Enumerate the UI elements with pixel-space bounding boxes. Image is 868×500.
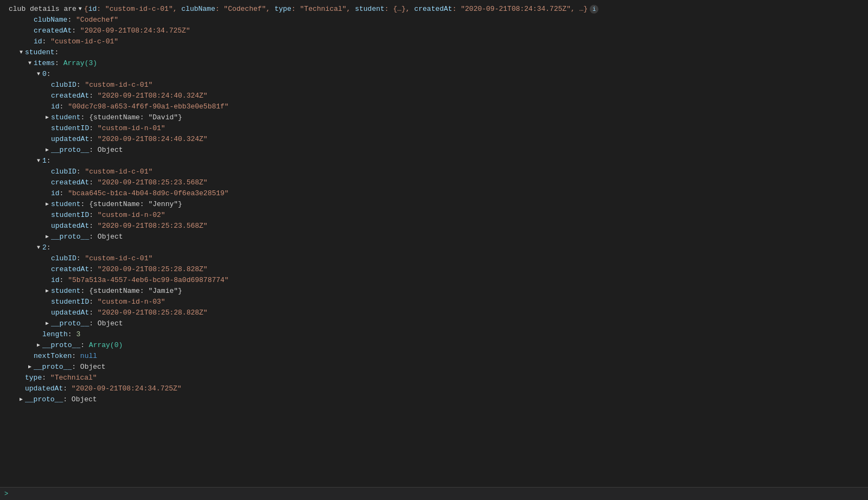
summary-preview: {id: "custom-id-c-01", clubName: "Codech… [84, 5, 588, 13]
toggle-i2-student[interactable]: ▶ [43, 287, 51, 294]
nexttoken-value: null [80, 352, 97, 360]
i2-updatedat-key: updatedAt [51, 309, 89, 317]
colon29: : [89, 319, 98, 328]
summary-prefix: club details are [9, 5, 76, 13]
i0-updatedat-line: updatedAt : "2020-09-21T08:24:40.324Z" [0, 134, 868, 145]
i0-clubid-key: clubID [51, 81, 76, 89]
clubname-key: clubName [34, 16, 67, 24]
i0-student-line: ▶ student : {studentName: "David"} [0, 113, 868, 124]
items-line: ▼ items : Array(3) [0, 59, 868, 69]
createdat-root-line: createdAt : "2020-09-21T08:24:34.725Z" [0, 26, 868, 37]
colon5: : [55, 59, 63, 67]
i0-studentid-value: "custom-id-n-01" [98, 124, 165, 132]
i2-clubid-value: "custom-id-c-01" [85, 254, 152, 262]
i1-studentid-value: "custom-id-n-02" [98, 211, 165, 219]
length-key: length [42, 330, 68, 338]
toggle-index2[interactable]: ▼ [35, 243, 42, 251]
toggle-index1[interactable]: ▼ [35, 157, 42, 164]
student-proto-line: ▶ __proto__ : Object [0, 362, 868, 373]
i0-studentid-line: studentID : "custom-id-n-01" [0, 124, 868, 134]
i1-updatedat-value: "2020-09-21T08:25:23.568Z" [98, 222, 208, 230]
i0-proto-line: ▶ __proto__ : Object [0, 145, 868, 156]
i1-id-value: "bcaa645c-b1ca-4b04-8d9c-0f6ea3e28519" [68, 189, 228, 197]
createdat-root-key: createdAt [34, 27, 72, 35]
toggle-i1-student[interactable]: ▶ [43, 200, 51, 208]
toggle-array-proto[interactable]: ▶ [35, 341, 42, 349]
colon25: : [60, 276, 68, 284]
i1-proto-value: Object [98, 233, 123, 241]
student-line: ▼ student : [0, 48, 868, 59]
i1-id-key: id [51, 189, 60, 197]
root-proto-line: ▶ __proto__ : Object [0, 395, 868, 406]
colon2: : [72, 27, 80, 35]
i1-id-line: id : "bcaa645c-b1ca-4b04-8d9c-0f6ea3e285… [0, 189, 868, 200]
console-prompt-arrow[interactable]: > [4, 490, 8, 498]
colon1: : [67, 16, 76, 24]
updatedat-line: updatedAt : "2020-09-21T08:24:34.725Z" [0, 384, 868, 395]
student-proto-value: Object [80, 363, 106, 371]
createdat-root-value: "2020-09-21T08:24:34.725Z" [80, 27, 190, 35]
colon23: : [76, 254, 85, 262]
i1-student-preview: {studentName: "Jenny"} [89, 200, 182, 208]
i2-id-value: "5b7a513a-4557-4eb6-bc99-8a0d69878774" [68, 276, 228, 284]
colon14: : [47, 157, 51, 165]
i1-clubid-key: clubID [51, 168, 76, 176]
i2-id-line: id : "5b7a513a-4557-4eb6-bc99-8a0d698787… [0, 275, 868, 286]
updatedat-key: updatedAt [25, 384, 63, 393]
array-proto-line: ▶ __proto__ : Array(0) [0, 341, 868, 351]
toggle-items[interactable]: ▼ [26, 59, 34, 67]
toggle-i1-proto[interactable]: ▶ [43, 233, 51, 240]
colon8: : [89, 92, 98, 100]
i0-createdat-key: createdAt [51, 92, 89, 100]
i0-clubid-line: clubID : "custom-id-c-01" [0, 80, 868, 91]
i2-studentid-line: studentID : "custom-id-n-03" [0, 297, 868, 308]
bottom-bar: > [0, 487, 868, 500]
i1-student-line: ▶ student : {studentName: "Jenny"} [0, 200, 868, 210]
colon26: : [81, 287, 90, 295]
i2-proto-value: Object [98, 319, 123, 328]
colon10: : [81, 113, 90, 121]
toggle-root-proto[interactable]: ▶ [17, 395, 25, 403]
toggle-student[interactable]: ▼ [17, 48, 25, 56]
colon13: : [89, 146, 98, 154]
console-container: club details are ▼ {id: "custom-id-c-01"… [0, 0, 868, 410]
i1-proto-key: __proto__ [51, 233, 89, 241]
colon6: : [47, 70, 51, 78]
root-proto-value: Object [72, 395, 97, 403]
toggle-i0-proto[interactable]: ▶ [43, 146, 51, 153]
i2-clubid-line: clubID : "custom-id-c-01" [0, 254, 868, 265]
i1-studentid-key: studentID [51, 211, 89, 219]
colon9: : [60, 102, 68, 111]
i2-createdat-key: createdAt [51, 265, 89, 273]
colon15: : [76, 168, 85, 176]
colon21: : [89, 233, 98, 241]
toggle-root[interactable]: ▼ [76, 5, 84, 12]
toggle-i0-student[interactable]: ▶ [43, 113, 51, 121]
i2-proto-key: __proto__ [51, 319, 89, 328]
i1-createdat-line: createdAt : "2020-09-21T08:25:23.568Z" [0, 178, 868, 189]
i2-clubid-key: clubID [51, 254, 76, 262]
colon16: : [89, 178, 98, 187]
i2-studentid-value: "custom-id-n-03" [98, 298, 165, 306]
i2-student-key: student [51, 287, 81, 295]
colon7: : [76, 81, 85, 89]
nexttoken-key: nextToken [34, 352, 72, 360]
toggle-i2-proto[interactable]: ▶ [43, 319, 51, 327]
array-proto-value: Array(0) [89, 341, 123, 349]
info-icon[interactable]: i [590, 5, 598, 14]
index1-key: 1 [42, 157, 47, 165]
id-root-key: id [34, 37, 42, 46]
toggle-index0[interactable]: ▼ [35, 70, 42, 78]
toggle-student-proto[interactable]: ▶ [26, 363, 34, 370]
colon33: : [72, 363, 80, 371]
type-value: "Technical" [50, 374, 97, 382]
summary-line: club details are ▼ {id: "custom-id-c-01"… [0, 4, 868, 15]
colon3: : [42, 37, 51, 46]
i0-proto-value: Object [98, 146, 123, 154]
colon20: : [89, 222, 98, 230]
i2-student-line: ▶ student : {studentName: "Jamie"} [0, 286, 868, 297]
updatedat-value: "2020-09-21T08:24:34.725Z" [72, 384, 182, 393]
i0-id-line: id : "00dc7c98-a653-4f6f-90a1-ebb3e0e5b8… [0, 102, 868, 113]
i2-updatedat-line: updatedAt : "2020-09-21T08:25:28.828Z" [0, 308, 868, 319]
colon11: : [89, 124, 98, 132]
